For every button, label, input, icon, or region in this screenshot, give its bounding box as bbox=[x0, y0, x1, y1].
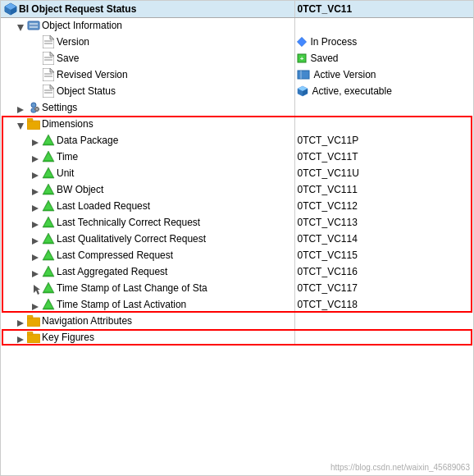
tree-item-value: Saved bbox=[310, 53, 338, 64]
tree-row[interactable]: Time Stamp of Last Change of Sta 0TCT_VC… bbox=[1, 280, 473, 296]
expand-down-icon[interactable] bbox=[17, 121, 24, 127]
dimension-icon bbox=[42, 249, 55, 262]
tree-row[interactable]: Time 0TCT_VC11T bbox=[1, 149, 473, 165]
expand-right-icon[interactable] bbox=[32, 153, 39, 160]
svg-marker-62 bbox=[32, 238, 39, 245]
header-col2: 0TCT_VC11 bbox=[295, 1, 473, 17]
watermark: https://blog.csdn.net/waixin_45689063 bbox=[330, 463, 470, 472]
svg-rect-78 bbox=[27, 318, 40, 327]
svg-marker-71 bbox=[34, 285, 40, 295]
tree-item-value: Active, executable bbox=[312, 85, 391, 97]
svg-marker-74 bbox=[32, 304, 39, 310]
status-saved-icon: + bbox=[297, 53, 307, 63]
tree-item-label: Last Aggregated Request bbox=[57, 266, 167, 277]
tree-item-label: Key Figures bbox=[42, 332, 94, 343]
tree-row[interactable]: Last Compressed Request 0TCT_VC115 bbox=[1, 247, 473, 263]
header-label: BI Object Request Status bbox=[19, 3, 136, 15]
svg-marker-56 bbox=[32, 205, 39, 212]
no-expand bbox=[32, 71, 39, 78]
expand-right-icon[interactable] bbox=[32, 186, 39, 193]
expand-right-icon[interactable] bbox=[17, 334, 24, 341]
settings-icon bbox=[27, 101, 40, 114]
tree-row[interactable]: Unit 0TCT_VC11U bbox=[1, 165, 473, 181]
expand-down-icon[interactable] bbox=[17, 22, 24, 29]
dimension-icon bbox=[42, 232, 55, 245]
no-expand bbox=[32, 88, 39, 94]
bi-object-icon bbox=[27, 19, 40, 32]
dimension-icon bbox=[42, 298, 55, 311]
folder-icon bbox=[27, 331, 40, 344]
tree-item-value: 0TCT_VC11T bbox=[297, 151, 358, 162]
tree-item-label: Object Information bbox=[42, 20, 122, 31]
tree-row[interactable]: Revised Version Active Version bbox=[1, 66, 473, 83]
expand-right-icon[interactable] bbox=[32, 268, 39, 275]
expand-right-icon[interactable] bbox=[32, 137, 39, 144]
tree-item-value: In Process bbox=[310, 36, 357, 48]
svg-rect-42 bbox=[27, 121, 40, 130]
svg-text:+: + bbox=[300, 55, 304, 62]
tree-item-label: Time Stamp of Last Change of Sta bbox=[57, 282, 207, 294]
tree-row[interactable]: Last Aggregated Request 0TCT_VC116 bbox=[1, 263, 473, 280]
svg-marker-20 bbox=[50, 68, 54, 72]
tree-item-value: 0TCT_VC113 bbox=[297, 217, 357, 228]
header-value: 0TCT_VC11 bbox=[297, 3, 352, 15]
tree-row[interactable]: Time Stamp of Last Activation 0TCT_VC118 bbox=[1, 296, 473, 313]
svg-marker-77 bbox=[17, 320, 24, 327]
tree-item-value: 0TCT_VC116 bbox=[297, 266, 357, 277]
document-icon bbox=[42, 52, 55, 65]
tree-row[interactable]: Object Information bbox=[1, 17, 473, 34]
tree-row[interactable]: Last Qualitatively Correct Request 0TCT_… bbox=[1, 231, 473, 247]
expand-right-icon[interactable] bbox=[17, 318, 24, 324]
tree-item-value: 0TCT_VC112 bbox=[297, 200, 357, 212]
tree-item-label: Dimensions bbox=[42, 118, 93, 130]
expand-right-icon[interactable] bbox=[17, 104, 24, 111]
expand-right-icon[interactable] bbox=[32, 301, 39, 308]
expand-right-icon[interactable] bbox=[32, 170, 39, 176]
expand-right-icon[interactable] bbox=[32, 252, 39, 259]
tree-item-label: Last Qualitatively Correct Request bbox=[57, 233, 206, 245]
tree-item-value: Active Version bbox=[313, 69, 376, 80]
tree-row[interactable]: Last Technically Correct Request 0TCT_VC… bbox=[1, 214, 473, 231]
bi-cube-icon bbox=[4, 2, 17, 16]
tree-row[interactable]: Key Figures bbox=[1, 329, 473, 346]
svg-marker-4 bbox=[17, 25, 24, 31]
expand-right-icon[interactable] bbox=[32, 203, 39, 209]
status-executable-icon bbox=[297, 85, 308, 97]
svg-point-34 bbox=[31, 103, 36, 108]
svg-marker-41 bbox=[17, 123, 24, 130]
document-icon bbox=[42, 85, 55, 98]
svg-marker-68 bbox=[32, 271, 39, 277]
document-icon bbox=[42, 68, 55, 81]
tree-row[interactable]: Navigation Attributes bbox=[1, 313, 473, 329]
tree-item-label: Data Package bbox=[57, 135, 118, 146]
tree-item-label: Revised Version bbox=[57, 69, 128, 80]
tree-item-label: Last Loaded Request bbox=[57, 200, 150, 212]
svg-marker-59 bbox=[32, 222, 39, 228]
tree-item-label: Settings bbox=[42, 102, 77, 113]
tree-row[interactable]: Dimensions bbox=[1, 116, 473, 132]
no-expand bbox=[32, 55, 39, 62]
tree-item-label: Time Stamp of Last Activation bbox=[57, 299, 186, 310]
folder-icon bbox=[27, 314, 40, 327]
dimension-icon bbox=[42, 281, 55, 295]
tree-row[interactable]: Data Package 0TCT_VC11P bbox=[1, 132, 473, 149]
tree-item-value: 0TCT_VC11P bbox=[297, 135, 358, 146]
dimension-icon bbox=[42, 265, 55, 278]
tree-row[interactable]: Save + Saved bbox=[1, 50, 473, 66]
tree-row[interactable]: Last Loaded Request 0TCT_VC112 bbox=[1, 198, 473, 214]
svg-marker-80 bbox=[17, 336, 24, 343]
tree-item-label: Last Compressed Request bbox=[57, 249, 173, 261]
tree-row[interactable]: Version In Process bbox=[1, 34, 473, 50]
tree-container[interactable]: BI Object Request Status 0TCT_VC11 Objec… bbox=[0, 0, 474, 476]
tree-row[interactable]: BW Object 0TCT_VC111 bbox=[1, 181, 473, 198]
expand-right-icon[interactable] bbox=[32, 236, 39, 242]
svg-marker-47 bbox=[32, 156, 39, 162]
tree-item-value: 0TCT_VC11U bbox=[297, 167, 358, 179]
expand-right-icon[interactable] bbox=[32, 219, 39, 226]
dimension-icon bbox=[42, 183, 55, 196]
tree-row[interactable]: Object Status Active, executable bbox=[1, 83, 473, 99]
tree-item-label: BW Object bbox=[57, 184, 103, 195]
svg-rect-23 bbox=[298, 71, 309, 79]
no-expand bbox=[32, 39, 39, 45]
tree-row[interactable]: Settings bbox=[1, 99, 473, 116]
